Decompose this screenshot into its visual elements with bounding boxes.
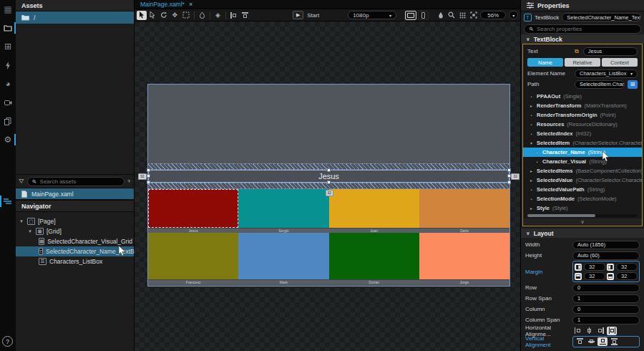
selected-textblock[interactable]: Jesus — [148, 170, 509, 183]
character-tile[interactable] — [238, 189, 328, 228]
transform-tool-button[interactable]: ◈ — [213, 11, 223, 20]
halign-stretch-button[interactable] — [607, 327, 617, 335]
resize-handle[interactable] — [507, 181, 511, 184]
resize-handle[interactable] — [147, 168, 150, 172]
eyedropper-tool-button[interactable] — [197, 11, 207, 20]
filter-icon[interactable]: ⛛ — [19, 178, 24, 186]
help-icon[interactable]: ? — [2, 336, 13, 347]
resize-handle[interactable] — [327, 168, 331, 172]
property-row-character-name[interactable]: •Character_Name(String) — [523, 148, 642, 157]
property-row[interactable]: ▸Style(Style) — [523, 203, 642, 213]
tree-item-page[interactable]: ▾ ▢ [Page] — [16, 216, 134, 226]
assets-search-input[interactable] — [40, 178, 119, 185]
desktop-preview-button[interactable] — [405, 11, 416, 20]
tab-context[interactable]: Context — [602, 58, 638, 67]
align-top-button[interactable] — [240, 11, 250, 20]
halign-left-button[interactable] — [572, 327, 582, 335]
actions-icon[interactable] — [0, 57, 16, 73]
property-row[interactable]: ▸RenderTransform(MatrixTransform) — [523, 101, 642, 110]
character-tile[interactable] — [238, 233, 328, 279]
assets-root-folder-row[interactable]: / — [16, 11, 134, 24]
design-canvas[interactable]: Jesus Jesus — [135, 21, 520, 351]
expand-more-bar[interactable]: ∨ — [523, 218, 642, 225]
path-value-field[interactable]: SelectedItem.Character — [575, 80, 625, 89]
margin-left-field[interactable]: 32 — [584, 263, 605, 271]
dashboard-icon[interactable]: ▦ — [0, 1, 16, 17]
element-name-dropdown[interactable]: Characters_ListBox ▾ — [575, 69, 638, 78]
path-browse-button[interactable]: ⊞ — [628, 80, 638, 89]
selected-character-visual-grid[interactable] — [148, 85, 509, 163]
character-tile[interactable] — [329, 189, 419, 228]
zoom-dropdown-caret[interactable]: ▾ — [509, 11, 518, 19]
navigator-panel-icon[interactable] — [0, 193, 16, 209]
valign-center-button[interactable] — [586, 337, 596, 346]
assets-file-area[interactable] — [16, 24, 134, 174]
horizontal-scrollbar[interactable] — [527, 214, 638, 217]
rotate-tool-button[interactable] — [159, 11, 169, 20]
scale-tool-button[interactable] — [181, 11, 191, 20]
zoom-tool-button[interactable] — [447, 11, 457, 20]
character-tile[interactable] — [148, 233, 238, 279]
resolution-dropdown[interactable]: 1080p ▾ — [348, 11, 396, 19]
margin-right-field[interactable]: 32 — [616, 263, 638, 271]
textblock-section-header[interactable]: ∨ TextBlock — [521, 34, 644, 44]
valign-top-button[interactable] — [575, 337, 585, 346]
tab-name[interactable]: Name — [527, 58, 563, 67]
resize-handle[interactable] — [147, 181, 150, 184]
halign-right-button[interactable] — [595, 327, 605, 335]
scrollbar-thumb[interactable] — [527, 214, 595, 217]
property-row[interactable]: •Resources(ResourceDictionary) — [523, 120, 642, 129]
resize-handle[interactable] — [507, 168, 511, 172]
assets-panel-icon[interactable] — [0, 20, 16, 36]
rowspan-field[interactable]: 1 — [572, 294, 640, 303]
add-asset-button[interactable]: + — [127, 178, 131, 185]
layout-section-header[interactable]: ∨ Layout — [521, 229, 644, 238]
tab-relative[interactable]: Relative — [565, 58, 600, 67]
zoom-level-value[interactable]: 56% — [480, 11, 506, 19]
property-row[interactable]: •SelectedValuePath(String) — [523, 185, 642, 194]
actual-size-button[interactable] — [458, 11, 468, 20]
assets-search-field[interactable]: 🔍︎ — [27, 177, 125, 186]
move-tool-button[interactable]: ✥ — [170, 11, 180, 20]
height-field[interactable]: Auto (60) — [572, 251, 640, 260]
row-field[interactable]: 0 — [572, 284, 640, 292]
column-field[interactable]: 0 — [572, 305, 640, 314]
direct-select-tool-button[interactable] — [148, 11, 158, 20]
text-value-field[interactable]: Jesus — [583, 47, 638, 56]
character-tile[interactable] — [329, 233, 419, 279]
resize-handle[interactable] — [327, 181, 331, 184]
expander-icon[interactable]: ▾ — [19, 218, 24, 224]
property-row[interactable]: •SelectedIndex(Int32) — [523, 129, 642, 138]
property-row[interactable]: •Character_Visual(String) — [523, 157, 642, 166]
property-row[interactable]: •SelectionMode(SelectionMode) — [523, 194, 642, 203]
pie-stats-icon[interactable]: ◕ — [0, 76, 16, 92]
margin-top-field[interactable]: 32 — [616, 272, 638, 280]
halign-center-button[interactable] — [584, 327, 594, 335]
resize-handle[interactable] — [507, 174, 511, 178]
artboard[interactable]: Jesus Jesus — [147, 84, 510, 287]
align-left-button[interactable] — [229, 11, 239, 20]
fit-view-button[interactable] — [469, 11, 479, 20]
tab-close-icon[interactable]: × — [189, 1, 192, 8]
tree-item-visual-grid[interactable]: ▦ SelectedCharacter_Visual_Grid — [16, 236, 134, 246]
property-row[interactable]: •RenderTransformOrigin(Point) — [523, 110, 642, 120]
tree-item-name-textblock[interactable]: T SelectedCharacter_Name_TextBlock — [16, 246, 134, 256]
width-field[interactable]: Auto (1856) — [572, 241, 640, 249]
add-panel-icon[interactable]: ⊞ — [0, 39, 16, 54]
tree-item-grid[interactable]: ▾ ▦ [Grid] — [16, 226, 134, 236]
property-row[interactable]: ▾SelectedItem(CharacterSelector.Characte… — [523, 138, 642, 148]
valign-stretch-button[interactable] — [609, 337, 619, 346]
resize-handle[interactable] — [147, 174, 150, 178]
object-name-field[interactable]: SelectedCharacter_Name_TextBlock — [562, 13, 641, 21]
valign-bottom-button[interactable] — [597, 337, 608, 346]
phone-preview-button[interactable] — [418, 11, 429, 20]
binding-link-icon[interactable]: ⧉ — [575, 48, 579, 55]
character-tile[interactable] — [148, 189, 238, 228]
property-row[interactable]: •PPAAOut(Single) — [523, 92, 642, 101]
character-tile[interactable] — [419, 233, 509, 279]
property-row[interactable]: ▸SelectedValue(CharacterSelector.Charact… — [523, 176, 642, 185]
expander-icon[interactable]: ▾ — [27, 229, 33, 234]
copy-pages-icon[interactable] — [0, 113, 16, 129]
colspan-field[interactable]: 1 — [572, 316, 640, 324]
camera-icon[interactable] — [0, 95, 16, 110]
